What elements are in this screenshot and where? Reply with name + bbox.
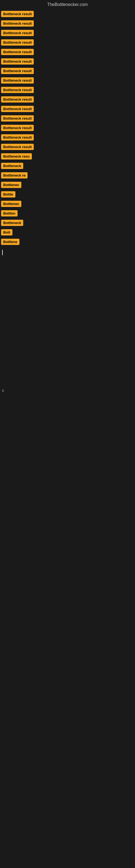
bottleneck-badge[interactable]: Bottleneck result xyxy=(1,58,34,65)
bottleneck-badge[interactable]: Bottlenec xyxy=(1,201,21,207)
list-item: Bottleneck result xyxy=(0,114,135,123)
list-item: Bottlenec xyxy=(0,199,135,209)
bottleneck-badge[interactable]: Bottleneck xyxy=(1,220,23,226)
bottom-char: c xyxy=(1,386,5,394)
bottleneck-badge[interactable]: Bottleneck re xyxy=(1,172,28,179)
bottleneck-badge[interactable]: Bottleneck result xyxy=(1,96,34,102)
bottleneck-badge[interactable]: Bottleneck resu xyxy=(1,153,32,159)
list-item: Bottleneck result xyxy=(0,9,135,19)
list-item: Bottlenec xyxy=(0,180,135,190)
bottleneck-badge[interactable]: Bottleneck result xyxy=(1,134,34,141)
list-item: Bottleneck result xyxy=(0,142,135,152)
bottleneck-badge[interactable]: Bottleneck result xyxy=(1,30,34,36)
list-item: Bottleneck result xyxy=(0,95,135,104)
list-item: Bottleneck result xyxy=(0,47,135,57)
bottleneck-badge[interactable]: Bottleneck result xyxy=(1,77,34,84)
bottleneck-badge[interactable]: Bott xyxy=(1,229,12,236)
list-item: Bottleneck xyxy=(0,161,135,170)
list-item: Bottleneck result xyxy=(0,123,135,133)
list-item: Bottlen xyxy=(0,209,135,218)
list-item: Bottleneck result xyxy=(0,104,135,114)
list-item: Bottleneck result xyxy=(0,57,135,66)
bottleneck-badge[interactable]: Bottleneck xyxy=(1,163,23,169)
list-item: Bottleneck result xyxy=(0,76,135,85)
bottleneck-badge[interactable]: Bottleneck result xyxy=(1,49,34,55)
list-item: Bottleneck result xyxy=(0,85,135,95)
list-item: Bottlene xyxy=(0,237,135,247)
bottleneck-badge[interactable]: Bottleneck result xyxy=(1,39,34,45)
list-item: Bottleneck result xyxy=(0,133,135,142)
cursor-line xyxy=(2,250,3,255)
bottleneck-badge[interactable]: Bottleneck result xyxy=(1,68,34,74)
list-item: Bottleneck result xyxy=(0,38,135,47)
bottleneck-badge[interactable]: Bottleneck result xyxy=(1,106,34,112)
bottom-section: c xyxy=(0,313,135,421)
site-title: TheBottlenecker.com xyxy=(0,0,135,9)
bottleneck-badge[interactable]: Bottlen xyxy=(1,210,17,216)
bottleneck-badge[interactable]: Bottlenec xyxy=(1,182,21,188)
items-container: Bottleneck resultBottleneck resultBottle… xyxy=(0,9,135,247)
list-item: Bottle xyxy=(0,190,135,199)
list-item: Bottleneck resu xyxy=(0,152,135,161)
cursor-item xyxy=(0,247,135,258)
list-item: Bottleneck re xyxy=(0,170,135,180)
bottleneck-badge[interactable]: Bottleneck result xyxy=(1,20,34,27)
list-item: Bottleneck xyxy=(0,218,135,227)
bottleneck-badge[interactable]: Bottleneck result xyxy=(1,125,34,131)
list-item: Bottleneck result xyxy=(0,28,135,38)
list-item: Bott xyxy=(0,227,135,237)
bottleneck-badge[interactable]: Bottlene xyxy=(1,239,19,245)
bottleneck-badge[interactable]: Bottleneck result xyxy=(1,144,34,150)
bottleneck-badge[interactable]: Bottleneck result xyxy=(1,87,34,93)
list-item: Bottleneck result xyxy=(0,19,135,28)
list-item: Bottleneck result xyxy=(0,66,135,76)
bottleneck-badge[interactable]: Bottleneck result xyxy=(1,11,34,17)
bottleneck-badge[interactable]: Bottle xyxy=(1,191,15,197)
bottleneck-badge[interactable]: Bottleneck result xyxy=(1,115,34,122)
